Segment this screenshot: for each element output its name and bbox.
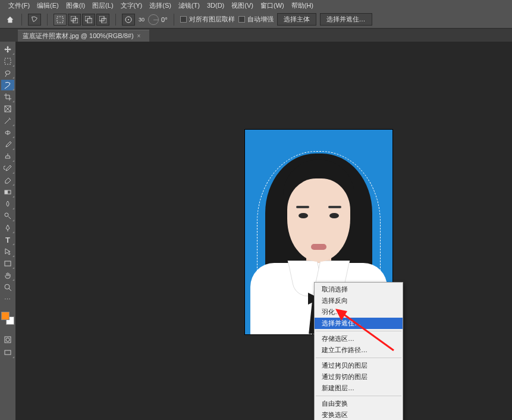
svg-point-20 <box>5 284 10 289</box>
svg-rect-0 <box>57 17 63 23</box>
document-tab-bar: 蓝底证件照素材.jpg @ 100%(RGB/8#) × <box>0 29 512 42</box>
frame-tool[interactable] <box>1 104 14 114</box>
context-menu-item[interactable]: 自由变换 <box>315 398 403 409</box>
quick-selection-tool[interactable] <box>1 80 14 90</box>
foreground-color-swatch[interactable] <box>1 312 10 320</box>
lasso-tool[interactable] <box>1 68 14 79</box>
dodge-tool[interactable] <box>1 211 14 221</box>
angle-control[interactable]: 0° <box>148 14 168 25</box>
context-menu-item[interactable]: 变换选区 <box>315 409 403 420</box>
quick-mask-button[interactable] <box>1 334 14 345</box>
select-subject-button[interactable]: 选择主体 <box>277 13 316 26</box>
menu-separator <box>316 396 401 396</box>
svg-rect-19 <box>5 261 11 266</box>
marquee-tool[interactable] <box>1 56 14 67</box>
context-menu-item[interactable]: 通过剪切的图层 <box>315 371 403 383</box>
svg-point-23 <box>6 338 10 341</box>
context-menu-item[interactable]: 选择并遮住… <box>315 318 403 329</box>
svg-line-21 <box>9 289 11 291</box>
intersect-selection-button[interactable] <box>96 14 109 26</box>
tools-panel: T ⋯ <box>0 42 15 358</box>
menu-3d[interactable]: 3D(D) <box>203 2 228 9</box>
document-tab[interactable]: 蓝底证件照素材.jpg @ 100%(RGB/8#) × <box>18 30 149 42</box>
eraser-tool[interactable] <box>1 175 14 186</box>
workspace: T ⋯ <box>0 42 512 420</box>
context-menu: 取消选择选择反向羽化…选择并遮住…存储选区…建立工作路径…通过拷贝的图层通过剪切… <box>314 282 403 420</box>
new-selection-button[interactable] <box>54 14 67 26</box>
rectangle-tool[interactable] <box>1 258 14 269</box>
add-to-selection-button[interactable] <box>68 14 81 26</box>
context-menu-item[interactable]: 选择反向 <box>315 295 403 306</box>
svg-rect-24 <box>5 350 11 355</box>
tool-preset-button[interactable] <box>28 14 41 26</box>
portrait-lips <box>311 244 326 250</box>
context-menu-item[interactable]: 羽化… <box>315 306 403 318</box>
svg-rect-9 <box>5 58 11 64</box>
separator <box>115 14 116 26</box>
home-icon[interactable] <box>5 14 15 25</box>
menu-bar: 文件(F) 编辑(E) 图像(I) 图层(L) 文字(Y) 选择(S) 滤镜(T… <box>0 0 512 11</box>
menu-filter[interactable]: 滤镜(T) <box>175 1 203 10</box>
menu-image[interactable]: 图像(I) <box>62 1 89 10</box>
menu-separator <box>316 358 401 358</box>
path-selection-tool[interactable] <box>1 246 14 257</box>
canvas-area[interactable] <box>15 42 512 420</box>
brush-picker-button[interactable] <box>122 14 135 26</box>
clone-stamp-tool[interactable] <box>1 151 14 162</box>
auto-enhance-checkbox[interactable]: 自动增强 <box>238 15 274 24</box>
zoom-tool[interactable] <box>1 282 14 293</box>
menu-select[interactable]: 选择(S) <box>146 1 175 10</box>
svg-rect-4 <box>87 18 92 23</box>
context-menu-item[interactable]: 新建图层… <box>315 383 403 394</box>
checkbox-icon <box>180 16 187 23</box>
svg-point-8 <box>128 19 129 20</box>
history-brush-tool[interactable] <box>1 163 14 174</box>
menu-help[interactable]: 帮助(H) <box>288 1 317 10</box>
portrait-eye <box>299 213 308 218</box>
menu-view[interactable]: 视图(V) <box>228 1 257 10</box>
portrait-brow <box>296 206 309 208</box>
separator <box>174 14 174 26</box>
blur-tool[interactable] <box>1 199 14 209</box>
menu-layer[interactable]: 图层(L) <box>89 1 117 10</box>
gradient-tool[interactable] <box>1 187 14 198</box>
healing-brush-tool[interactable] <box>1 127 14 138</box>
close-icon[interactable]: × <box>137 33 145 40</box>
type-tool[interactable]: T <box>1 234 14 245</box>
auto-enhance-label: 自动增强 <box>247 15 274 24</box>
move-tool[interactable] <box>1 44 14 55</box>
sample-all-layers-checkbox[interactable]: 对所有图层取样 <box>180 15 235 24</box>
brush-size-label: 30 <box>139 17 145 23</box>
separator <box>47 14 48 26</box>
menu-separator <box>316 331 401 331</box>
sample-all-label: 对所有图层取样 <box>189 15 235 24</box>
menu-file[interactable]: 文件(F) <box>5 1 33 10</box>
select-and-mask-button[interactable]: 选择并遮住… <box>320 13 372 26</box>
angle-value: 0° <box>161 16 168 23</box>
selection-mode-group <box>54 14 109 26</box>
screen-mode-button[interactable] <box>1 347 14 358</box>
crop-tool[interactable] <box>1 92 14 102</box>
checkbox-icon <box>238 16 245 23</box>
hand-tool[interactable] <box>1 270 14 281</box>
menu-edit[interactable]: 编辑(E) <box>33 1 62 10</box>
menu-type[interactable]: 文字(Y) <box>117 1 146 10</box>
edit-toolbar-button[interactable]: ⋯ <box>1 294 14 305</box>
portrait-brow <box>328 206 341 208</box>
pen-tool[interactable] <box>1 222 14 233</box>
context-menu-item[interactable]: 通过拷贝的图层 <box>315 360 403 371</box>
menu-window[interactable]: 窗口(W) <box>257 1 288 10</box>
color-swatches[interactable] <box>1 312 14 325</box>
context-menu-item[interactable]: 存储选区… <box>315 333 403 344</box>
context-menu-item[interactable]: 取消选择 <box>315 284 403 295</box>
subtract-selection-button[interactable] <box>82 14 95 26</box>
context-menu-item[interactable]: 建立工作路径… <box>315 344 403 356</box>
svg-point-17 <box>5 213 8 217</box>
options-bar: 30 0° 对所有图层取样 自动增强 选择主体 选择并遮住… <box>0 11 512 29</box>
brush-tool[interactable] <box>1 139 14 150</box>
separator <box>21 14 22 26</box>
angle-dial-icon[interactable] <box>148 14 159 25</box>
svg-line-18 <box>8 217 11 219</box>
portrait-eye <box>329 213 339 218</box>
eyedropper-tool[interactable] <box>1 115 14 126</box>
